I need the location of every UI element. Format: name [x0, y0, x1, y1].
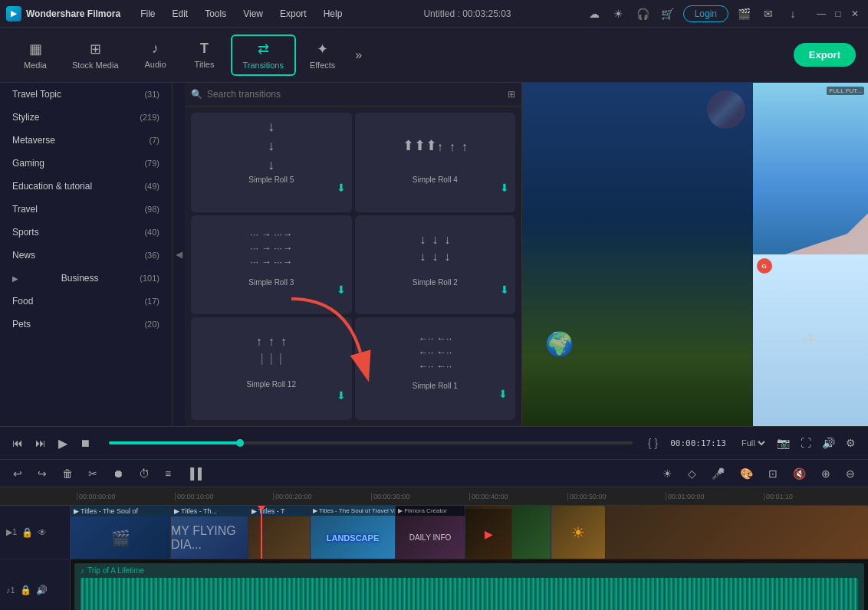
zoom-out-button[interactable]: ⊖ [842, 465, 859, 482]
video-clip[interactable]: ☀ [551, 506, 605, 559]
quality-select[interactable]: Full 1/2 1/4 [738, 438, 768, 448]
delete-button[interactable]: 🗑 [58, 465, 77, 482]
transition-card-roll4[interactable]: ⬆⬆⬆ ↑↑↑ ⬇ Simple Roll 4 [355, 113, 516, 212]
download-icon[interactable]: ↓ [784, 5, 802, 23]
headphone-icon[interactable]: 🎧 [634, 5, 653, 23]
sidebar-item-business[interactable]: ▶ Business (101) [0, 267, 172, 290]
playhead-marker: ✂ [255, 506, 268, 510]
snapshot-button[interactable]: 📷 [774, 434, 793, 452]
project-title: Untitled : 00:03:25:03 [350, 8, 584, 19]
sidebar-item-travel-topic[interactable]: Travel Topic (31) [0, 83, 172, 106]
video-clip[interactable]: ▶ [465, 506, 511, 559]
cut-button[interactable]: ✂ [84, 465, 101, 482]
fullscreen-button[interactable]: ⛶ [797, 434, 814, 452]
sidebar-item-travel[interactable]: Travel (98) [0, 198, 172, 221]
search-input[interactable] [207, 89, 508, 100]
sidebar-item-education[interactable]: Education & tutorial (49) [0, 175, 172, 198]
transition-preview: ··· → ···→ ··· → ···→ ··· → ···→ [197, 221, 346, 275]
waveform-button[interactable]: ▐▐ [182, 465, 205, 482]
tool-media[interactable]: ▦ Media [12, 36, 58, 74]
transition-card-roll1[interactable]: ←·· ←·· ←·· ←·· ←·· ←·· ⬇ Simple Roll 1 [355, 317, 516, 420]
menu-bar: File Edit Tools View Export Help [133, 5, 350, 22]
close-button[interactable]: ✕ [848, 7, 862, 21]
tool-transitions[interactable]: ⇄ Transitions [231, 34, 296, 76]
film-icon[interactable]: 🎬 [735, 5, 753, 23]
audio-track-content[interactable]: ♪Trip of A Lifetime [71, 559, 868, 610]
transition-card-roll3[interactable]: ··· → ···→ ··· → ···→ ··· → ···→ ⬇ Simpl… [191, 215, 352, 315]
add-transition-icon[interactable]: ⬇ [337, 284, 346, 296]
menu-help[interactable]: Help [316, 5, 350, 22]
add-transition-icon[interactable]: ⬇ [498, 388, 508, 400]
add-transition-icon[interactable]: ⬇ [500, 182, 509, 194]
add-transition-icon[interactable]: ⬇ [500, 284, 509, 296]
menu-edit[interactable]: Edit [164, 5, 196, 22]
play-button[interactable]: ▶ [55, 433, 71, 454]
progress-handle[interactable] [236, 439, 244, 447]
video-clip[interactable]: ▶Titles - T [248, 506, 310, 559]
progress-bar[interactable] [109, 441, 633, 444]
video-clip[interactable] [606, 506, 868, 559]
audio-icon: ♪ [152, 41, 159, 57]
settings-button[interactable]: ⚙ [843, 434, 859, 452]
volume-button[interactable]: 🔊 [819, 434, 838, 452]
brightness-button[interactable]: ☀ [659, 465, 676, 482]
transition-card-roll2[interactable]: ↓↓↓ ↓↓↓ ⬇ Simple Roll 2 [355, 215, 516, 315]
sidebar-item-metaverse[interactable]: Metaverse (7) [0, 129, 172, 152]
tool-effects[interactable]: ✦ Effects [299, 36, 346, 74]
login-button[interactable]: Login [683, 5, 728, 22]
sun-icon[interactable]: ☀ [610, 5, 628, 23]
stop-button[interactable]: ⏹ [77, 434, 94, 452]
eye-icon[interactable]: 👁 [38, 527, 47, 538]
timer-button[interactable]: ⏱ [135, 465, 153, 482]
undo-button[interactable]: ↩ [9, 465, 26, 482]
video-clip[interactable]: ▶Titles - The Soul of 🎬 [71, 506, 170, 559]
video-clip[interactable]: ▶ Filmora Creator DAILY INFO [396, 506, 465, 559]
lock-icon[interactable]: 🔒 [20, 585, 31, 595]
menu-file[interactable]: File [133, 5, 163, 22]
video-clip[interactable] [512, 506, 551, 559]
add-transition-icon[interactable]: ⬇ [337, 182, 346, 194]
sidebar-item-gaming[interactable]: Gaming (79) [0, 152, 172, 175]
transition-card-roll12[interactable]: ↑↑↑ ||| ⬇ Simple Roll 12 [191, 317, 352, 420]
crop-button[interactable]: ⊡ [764, 465, 781, 482]
minimize-button[interactable]: — [814, 7, 828, 21]
sidebar-item-stylize[interactable]: Stylize (219) [0, 106, 172, 129]
transition-card-roll5[interactable]: ↓↓↓ ⬇ Simple Roll 5 [191, 113, 352, 212]
tool-titles[interactable]: T Titles [182, 36, 228, 74]
track-number-label: ▶1 [6, 527, 17, 537]
audio-adjust-button[interactable]: ≡ [161, 465, 175, 482]
mute-button[interactable]: 🔇 [789, 465, 810, 482]
sidebar-item-pets[interactable]: Pets (20) [0, 313, 172, 336]
color-button[interactable]: 🎨 [736, 465, 757, 482]
tool-audio[interactable]: ♪ Audio [133, 36, 179, 74]
toolbar-expand[interactable]: » [349, 48, 368, 62]
menu-tools[interactable]: Tools [197, 5, 234, 22]
sidebar-item-sports[interactable]: Sports (40) [0, 221, 172, 244]
step-back-button[interactable]: ⏭ [32, 434, 49, 452]
mic-button[interactable]: 🎤 [708, 465, 728, 482]
transition-name: Simple Roll 12 [197, 377, 346, 389]
menu-export[interactable]: Export [272, 5, 314, 22]
redo-button[interactable]: ↪ [34, 465, 51, 482]
cloud-icon[interactable]: ☁ [585, 5, 603, 23]
sidebar-item-news[interactable]: News (36) [0, 244, 172, 267]
lock-icon[interactable]: 🔒 [21, 527, 33, 538]
volume-icon[interactable]: 🔊 [36, 585, 48, 595]
add-transition-icon[interactable]: ⬇ [337, 389, 346, 402]
keyframe-button[interactable]: ◇ [684, 465, 700, 482]
video-clip[interactable]: ▶ Titles - The Soul of Travel Vlogs_ LAN… [311, 506, 395, 559]
skip-back-button[interactable]: ⏮ [9, 434, 26, 452]
title-bar: ▶ Wondershare Filmora File Edit Tools Vi… [0, 0, 868, 28]
zoom-button[interactable]: ⊕ [817, 465, 834, 482]
maximize-button[interactable]: □ [831, 7, 845, 21]
export-button[interactable]: Export [794, 43, 856, 67]
sidebar-item-food[interactable]: Food (17) [0, 290, 172, 313]
record-button[interactable]: ⏺ [109, 465, 127, 482]
grid-view-icon[interactable]: ⊞ [508, 89, 515, 100]
panel-collapse-button[interactable]: ◀ [173, 83, 185, 426]
cart-icon[interactable]: 🛒 [659, 5, 677, 23]
menu-view[interactable]: View [235, 5, 271, 22]
tool-stock-media[interactable]: ⊞ Stock Media [61, 36, 130, 74]
video-clip[interactable]: ▶Titles - Th... MY FLYING DIA... [171, 506, 248, 559]
mail-icon[interactable]: ✉ [759, 5, 778, 23]
